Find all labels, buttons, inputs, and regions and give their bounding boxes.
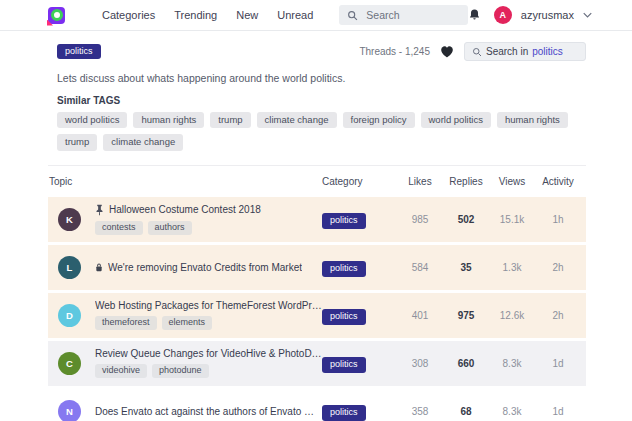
table-row[interactable]: DWeb Hosting Packages for ThemeForest Wo… xyxy=(48,293,586,338)
topic-tag[interactable]: themeforest xyxy=(95,316,157,330)
nav-item-categories[interactable]: Categories xyxy=(102,9,155,21)
col-header-topic[interactable]: Topic xyxy=(48,176,322,187)
nav-item-unread[interactable]: Unread xyxy=(277,9,313,21)
col-header-replies[interactable]: Replies xyxy=(443,176,489,187)
views-value: 1.3k xyxy=(489,262,535,273)
topic-title[interactable]: Review Queue Changes for VideoHive & Pho… xyxy=(95,348,322,359)
user-avatar[interactable]: A xyxy=(494,6,512,24)
col-header-views[interactable]: Views xyxy=(489,176,535,187)
views-value: 12.6k xyxy=(489,310,535,321)
activity-value: 1d xyxy=(535,358,581,369)
chevron-down-icon[interactable] xyxy=(583,12,592,18)
views-value: 15.1k xyxy=(489,214,535,225)
topic-title[interactable]: Halloween Costume Contest 2018 xyxy=(109,204,261,215)
similar-tag[interactable]: human rights xyxy=(497,112,568,128)
similar-tag[interactable]: foreign policy xyxy=(343,112,415,128)
bell-icon[interactable] xyxy=(468,8,481,22)
category-cell: politics xyxy=(322,401,397,421)
intro-actions: Threads - 1,245 Search in politics xyxy=(359,42,586,61)
avatar[interactable]: C xyxy=(58,352,81,375)
activity-value: 2h xyxy=(535,310,581,321)
col-header-activity[interactable]: Activity xyxy=(535,176,581,187)
avatar[interactable]: K xyxy=(58,208,81,231)
topic-title[interactable]: We're removing Envato Credits from Marke… xyxy=(108,262,302,273)
similar-tag[interactable]: world politics xyxy=(57,112,127,128)
category-badge[interactable]: politics xyxy=(322,309,366,325)
topic-cell: We're removing Envato Credits from Marke… xyxy=(88,262,322,273)
likes-value: 584 xyxy=(397,262,443,273)
activity-value: 1h xyxy=(535,214,581,225)
col-header-likes[interactable]: Likes xyxy=(397,176,443,187)
topic-title[interactable]: Does Envato act against the authors of E… xyxy=(95,406,322,417)
avatar[interactable]: N xyxy=(58,400,81,421)
topic-tag-badge[interactable]: politics xyxy=(57,44,101,60)
topic-tags: themeforestelements xyxy=(95,316,322,330)
table-row[interactable]: CReview Queue Changes for VideoHive & Ph… xyxy=(48,341,586,386)
category-badge[interactable]: politics xyxy=(322,213,366,229)
similar-tag[interactable]: climate change xyxy=(103,134,183,150)
category-cell: politics xyxy=(322,353,397,373)
replies-value: 35 xyxy=(443,262,489,273)
topic-title-line: Review Queue Changes for VideoHive & Pho… xyxy=(95,348,322,359)
category-badge[interactable]: politics xyxy=(322,357,366,373)
topic-title-line: Halloween Costume Contest 2018 xyxy=(95,204,322,216)
threads-count: Threads - 1,245 xyxy=(359,46,430,57)
avatar[interactable]: D xyxy=(58,304,81,327)
topic-title-line: Web Hosting Packages for ThemeForest Wor… xyxy=(95,300,322,311)
avatar-cell: D xyxy=(48,304,88,327)
topic-tag[interactable]: authors xyxy=(148,221,192,235)
likes-value: 401 xyxy=(397,310,443,321)
topic-tag[interactable]: contests xyxy=(95,221,143,235)
category-cell: politics xyxy=(322,305,397,325)
avatar-cell: N xyxy=(48,400,88,421)
similar-tag[interactable]: trump xyxy=(57,134,97,150)
main-nav: CategoriesTrendingNewUnread xyxy=(102,9,313,21)
category-cell: politics xyxy=(322,209,397,229)
table-row[interactable]: NDoes Envato act against the authors of … xyxy=(48,389,586,421)
topic-intro: politics Threads - 1,245 Search in polit… xyxy=(0,31,632,151)
similar-tag[interactable]: climate change xyxy=(257,112,337,128)
lock-icon xyxy=(95,262,103,273)
table-header: Topic Category Likes Replies Views Activ… xyxy=(48,165,586,197)
topic-search-prefix: Search in xyxy=(486,46,528,57)
topic-search-input[interactable]: Search in politics xyxy=(464,42,586,61)
topic-cell: Web Hosting Packages for ThemeForest Wor… xyxy=(88,300,322,330)
top-bar: CategoriesTrendingNewUnread A azyrusmax xyxy=(0,0,632,31)
topic-cell: Does Envato act against the authors of E… xyxy=(88,406,322,417)
nav-item-trending[interactable]: Trending xyxy=(174,9,217,21)
global-search[interactable] xyxy=(339,5,468,25)
topic-tag[interactable]: videohive xyxy=(95,364,147,378)
table-row[interactable]: LWe're removing Envato Credits from Mark… xyxy=(48,245,586,290)
search-input[interactable] xyxy=(364,8,460,22)
app-logo[interactable] xyxy=(48,7,65,24)
topic-tag[interactable]: elements xyxy=(162,316,213,330)
avatar-cell: K xyxy=(48,208,88,231)
search-icon xyxy=(347,10,358,21)
user-name[interactable]: azyrusmax xyxy=(521,9,574,21)
table-row[interactable]: KHalloween Costume Contest 2018contestsa… xyxy=(48,197,586,242)
likes-value: 308 xyxy=(397,358,443,369)
col-header-category[interactable]: Category xyxy=(322,176,397,187)
similar-tag[interactable]: human rights xyxy=(133,112,204,128)
category-badge[interactable]: politics xyxy=(322,261,366,277)
nav-item-new[interactable]: New xyxy=(236,9,258,21)
similar-tags-list: world politicshuman rightstrumpclimate c… xyxy=(57,112,586,151)
avatar[interactable]: L xyxy=(58,256,81,279)
pin-icon xyxy=(95,204,104,216)
topic-title[interactable]: Web Hosting Packages for ThemeForest Wor… xyxy=(95,300,322,311)
activity-value: 2h xyxy=(535,262,581,273)
similar-tag[interactable]: world politics xyxy=(421,112,491,128)
category-badge[interactable]: politics xyxy=(322,405,366,421)
likes-value: 985 xyxy=(397,214,443,225)
topic-search-highlight: politics xyxy=(532,46,563,57)
topic-title-line: Does Envato act against the authors of E… xyxy=(95,406,322,417)
replies-value: 660 xyxy=(443,358,489,369)
topic-cell: Halloween Costume Contest 2018contestsau… xyxy=(88,204,322,235)
logo-ring-icon xyxy=(51,9,63,21)
avatar-cell: L xyxy=(48,256,88,279)
topic-tag[interactable]: photodune xyxy=(152,364,209,378)
similar-tag[interactable]: trump xyxy=(210,112,250,128)
views-value: 8.3k xyxy=(489,406,535,417)
replies-value: 975 xyxy=(443,310,489,321)
heart-icon[interactable] xyxy=(440,45,454,58)
